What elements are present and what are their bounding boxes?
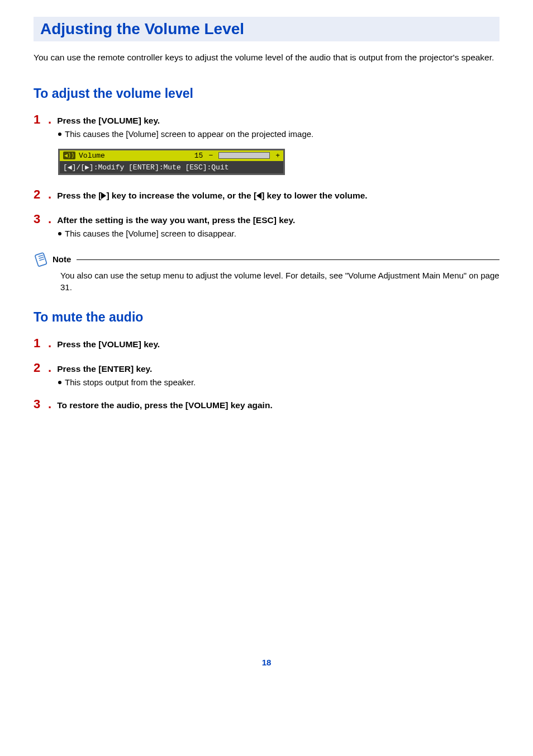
step-1: 1. Press the [VOLUME] key. This causes t… (34, 112, 499, 139)
step-dot: . (48, 361, 51, 375)
osd-value: 15 (194, 152, 203, 160)
bullet-text: This causes the [Volume] screen to disap… (65, 229, 236, 238)
osd-plus: + (275, 152, 280, 160)
svg-line-1 (39, 255, 44, 257)
note-label: Note (53, 254, 71, 264)
note-text: You also can use the setup menu to adjus… (60, 270, 499, 293)
page-title-bar: Adjusting the Volume Level (34, 17, 499, 41)
triangle-right-icon (101, 192, 106, 199)
step-bullet: This causes the [Volume] screen to disap… (58, 229, 499, 238)
note-rule (77, 259, 499, 260)
step-dot: . (48, 212, 51, 226)
volume-osd: ◀)) Volume 15 − + [◀]/[▶]:Modify [ENTER]… (58, 149, 285, 175)
step-2: 2. Press the [] key to increase the volu… (34, 187, 499, 202)
page-title: Adjusting the Volume Level (40, 20, 493, 38)
step-title: To restore the audio, press the [VOLUME]… (57, 400, 273, 410)
step-bullet: This causes the [Volume] screen to appea… (58, 129, 499, 139)
bullet-icon (58, 133, 61, 136)
step-title: Press the [] key to increase the volume,… (57, 191, 368, 201)
step-title: Press the [VOLUME] key. (57, 116, 160, 126)
mute-step-3: 3. To restore the audio, press the [VOLU… (34, 397, 499, 412)
step-number: 3 (34, 397, 46, 412)
osd-minus: − (208, 152, 213, 160)
step-dot: . (48, 112, 51, 127)
step-title-post: ] key to lower the volume. (261, 191, 368, 200)
step-dot: . (48, 397, 51, 412)
note-icon (34, 252, 49, 267)
step-number: 2 (34, 187, 46, 202)
page-number: 18 (34, 658, 499, 667)
svg-line-3 (40, 259, 45, 261)
mute-step-1: 1. Press the [VOLUME] key. (34, 336, 499, 351)
osd-bar (218, 152, 270, 159)
note-block: Note You also can use the setup menu to … (34, 252, 499, 293)
step-dot: . (48, 336, 51, 351)
bullet-text: This stops output from the speaker. (65, 377, 196, 387)
mute-step-2: 2. Press the [ENTER] key. This stops out… (34, 361, 499, 387)
step-number: 2 (34, 361, 46, 375)
bullet-text: This causes the [Volume] screen to appea… (65, 129, 313, 139)
section-adjust-heading: To adjust the volume level (34, 86, 499, 101)
step-number: 1 (34, 336, 46, 351)
speaker-icon: ◀)) (63, 152, 75, 159)
svg-line-2 (39, 257, 44, 258)
step-number: 3 (34, 212, 46, 226)
step-title: Press the [VOLUME] key. (57, 339, 160, 349)
osd-top-row: ◀)) Volume 15 − + (60, 150, 283, 161)
bullet-icon (58, 381, 61, 384)
step-dot: . (48, 187, 51, 202)
step-bullet: This stops output from the speaker. (58, 377, 499, 387)
triangle-left-icon (256, 192, 261, 199)
intro-text: You can use the remote controller keys t… (34, 51, 499, 64)
step-3: 3. After the setting is the way you want… (34, 212, 499, 238)
osd-help-row: [◀]/[▶]:Modify [ENTER]:Mute [ESC]:Quit (60, 161, 283, 173)
step-title: Press the [ENTER] key. (57, 364, 152, 374)
section-mute-heading: To mute the audio (34, 310, 499, 325)
osd-label: Volume (79, 152, 105, 160)
step-title: After the setting is the way you want, p… (57, 215, 295, 225)
step-number: 1 (34, 112, 46, 127)
bullet-icon (58, 232, 61, 235)
step-title-mid: ] key to increase the volume, or the [ (106, 191, 256, 200)
step-title-pre: Press the [ (57, 191, 101, 200)
